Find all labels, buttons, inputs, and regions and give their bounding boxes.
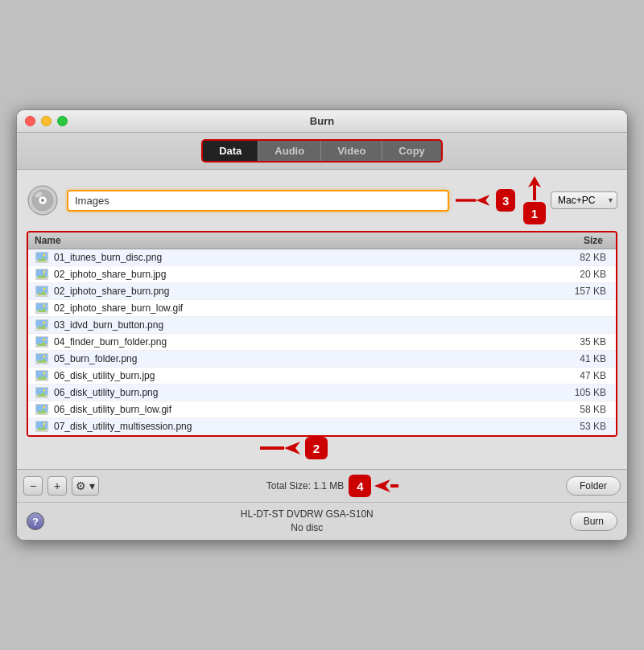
svg-rect-50 <box>36 422 47 429</box>
file-name: 06_disk_utility_burn_low.gif <box>54 404 545 415</box>
format-select-wrapper: Mac+PC Mac Only PC Only <box>551 191 617 209</box>
help-button[interactable]: ? <box>27 512 44 530</box>
table-row[interactable]: 05_burn_folder.png41 KB <box>28 351 616 368</box>
table-row[interactable]: 07_disk_utility_multisession.png53 KB <box>28 418 616 435</box>
gear-button[interactable]: ⚙ ▾ <box>72 476 99 496</box>
titlebar: Burn <box>17 110 627 133</box>
file-list[interactable]: 01_itunes_burn_disc.png82 KB 02_iphoto_s… <box>28 249 616 435</box>
svg-rect-46 <box>36 405 47 412</box>
table-row[interactable]: 04_finder_burn_folder.png35 KB <box>28 334 616 351</box>
svg-point-44 <box>43 389 46 392</box>
svg-point-24 <box>43 305 46 307</box>
file-size: 157 KB <box>545 286 609 297</box>
file-size: 82 KB <box>545 252 609 263</box>
svg-rect-6 <box>456 200 476 202</box>
bottom-toolbar: − + ⚙ ▾ Total Size: 1.1 MB 4 Folder <box>17 469 627 502</box>
close-button[interactable] <box>25 116 35 126</box>
svg-marker-5 <box>476 195 489 206</box>
table-row[interactable]: 06_disk_utility_burn_low.gif58 KB <box>28 401 616 418</box>
table-row[interactable]: 02_iphoto_share_burn.png157 KB <box>28 283 616 300</box>
table-row[interactable]: 06_disk_utility_burn.jpg47 KB <box>28 368 616 385</box>
file-icon <box>35 268 49 281</box>
table-row[interactable]: 06_disk_utility_burn.png105 KB <box>28 385 616 401</box>
tab-data[interactable]: Data <box>203 141 258 161</box>
tab-audio[interactable]: Audio <box>258 141 321 161</box>
disc-icon <box>27 184 59 216</box>
svg-rect-26 <box>36 320 47 327</box>
format-wrapper: 1 Mac+PC Mac Only PC Only <box>523 176 617 224</box>
file-name: 02_iphoto_share_burn_low.gif <box>54 302 545 314</box>
device-line2: No disc <box>52 521 562 535</box>
main-window: Burn Data Audio Video Copy <box>16 109 628 541</box>
file-size: 20 KB <box>545 269 609 280</box>
disc-name-input[interactable] <box>67 190 449 212</box>
add-button[interactable]: + <box>47 476 67 496</box>
tab-video[interactable]: Video <box>321 141 382 161</box>
svg-rect-54 <box>260 446 284 450</box>
svg-rect-38 <box>36 371 47 378</box>
svg-point-16 <box>43 271 46 274</box>
total-size-group: Total Size: 1.1 MB 4 <box>104 475 561 497</box>
svg-point-32 <box>43 339 46 341</box>
file-size: 47 KB <box>545 370 609 381</box>
arrow-1-up-icon <box>525 176 544 200</box>
arrow-4-icon <box>374 476 398 496</box>
input-row: 3 1 Mac+PC Mac Only PC Only <box>27 176 617 224</box>
burn-button[interactable]: Burn <box>570 512 617 531</box>
arrow-3-icon <box>456 191 489 210</box>
total-size-text: Total Size: 1.1 MB <box>266 480 345 492</box>
file-size: 35 KB <box>545 336 609 348</box>
device-info: HL-DT-ST DVDRW GSA-S10N No disc <box>52 508 562 535</box>
file-name: 05_burn_folder.png <box>54 353 545 364</box>
svg-rect-22 <box>36 303 47 311</box>
window-title: Burn <box>310 115 334 127</box>
svg-rect-30 <box>36 337 47 344</box>
svg-point-20 <box>43 288 46 290</box>
table-row[interactable]: 02_iphoto_share_burn.jpg20 KB <box>28 266 616 283</box>
table-row[interactable]: 02_iphoto_share_burn_low.gif <box>28 300 616 317</box>
tabbar-wrapper: Data Audio Video Copy <box>17 133 627 170</box>
file-size: 41 KB <box>545 353 609 364</box>
file-list-header: Name Size <box>28 232 616 249</box>
device-line1: HL-DT-ST DVDRW GSA-S10N <box>52 508 562 521</box>
svg-marker-53 <box>284 442 300 455</box>
annotation-badge-1: 1 <box>523 202 546 224</box>
file-size: 58 KB <box>545 404 609 415</box>
svg-point-52 <box>43 423 46 426</box>
svg-point-36 <box>43 356 46 358</box>
svg-point-48 <box>43 406 46 409</box>
svg-rect-14 <box>36 269 47 277</box>
file-name: 06_disk_utility_burn.png <box>54 387 545 398</box>
tab-copy[interactable]: Copy <box>382 141 441 161</box>
table-row[interactable]: 01_itunes_burn_disc.png82 KB <box>28 249 616 266</box>
file-name: 02_iphoto_share_burn.jpg <box>54 269 545 280</box>
folder-button[interactable]: Folder <box>566 476 621 496</box>
table-row[interactable]: 03_idvd_burn_button.png <box>28 317 616 334</box>
file-icon <box>35 369 49 382</box>
svg-rect-8 <box>533 184 536 200</box>
annotation-badge-4: 4 <box>349 475 371 497</box>
svg-point-12 <box>43 254 46 257</box>
file-icon <box>35 285 49 298</box>
remove-button[interactable]: − <box>23 476 43 496</box>
file-icon <box>35 403 49 416</box>
file-icon <box>35 251 49 264</box>
file-icon <box>35 386 49 399</box>
arrow-2-icon <box>260 438 300 458</box>
svg-rect-42 <box>36 388 47 395</box>
file-icon <box>35 335 49 348</box>
file-name: 03_idvd_burn_button.png <box>54 319 545 331</box>
badge1-group: 1 <box>523 176 546 224</box>
svg-rect-56 <box>390 484 398 488</box>
file-name: 06_disk_utility_burn.jpg <box>54 370 545 381</box>
maximize-button[interactable] <box>57 116 68 126</box>
svg-point-40 <box>43 372 46 375</box>
format-select[interactable]: Mac+PC Mac Only PC Only <box>551 191 617 209</box>
svg-rect-10 <box>36 253 47 260</box>
file-icon <box>35 420 49 433</box>
svg-rect-34 <box>36 354 47 361</box>
file-name: 01_itunes_burn_disc.png <box>54 252 545 263</box>
file-icon <box>35 352 49 365</box>
file-name: 07_disk_utility_multisession.png <box>54 421 545 432</box>
minimize-button[interactable] <box>41 116 52 126</box>
